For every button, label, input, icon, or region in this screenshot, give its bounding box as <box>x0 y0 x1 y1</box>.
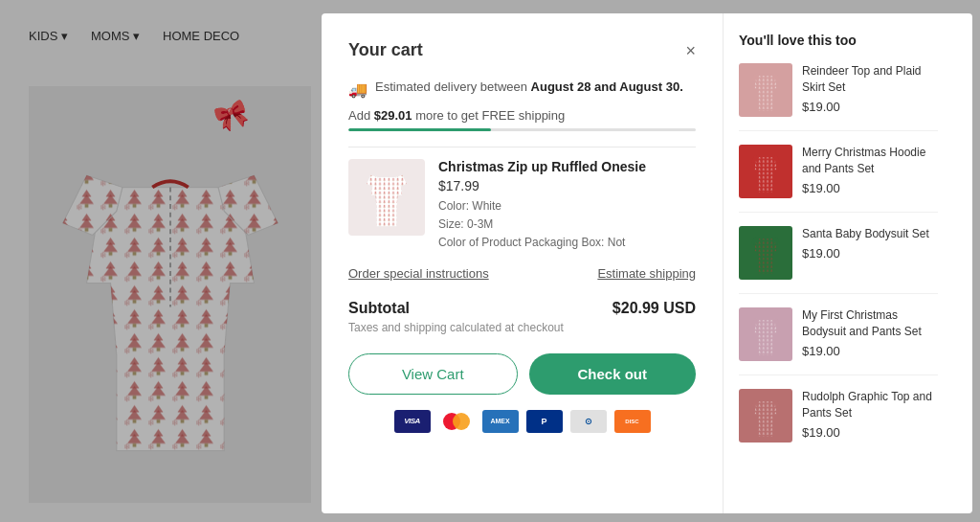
order-instructions-link[interactable]: Order special instructions <box>348 266 489 281</box>
rec-item-name: Reindeer Top and Plaid Skirt Set <box>802 63 938 96</box>
rec-item-name: Rudolph Graphic Top and Pants Set <box>802 389 938 421</box>
paypal-icon: P <box>526 410 563 433</box>
progress-fill <box>348 128 491 131</box>
recommendations-panel: You'll love this too Reindeer Top and Pl… <box>724 13 953 513</box>
rec-item-price: $19.00 <box>802 425 938 440</box>
truck-icon: 🚚 <box>348 80 368 99</box>
mastercard-icon <box>438 410 475 433</box>
rec-details: My First Christmas Bodysuit and Pants Se… <box>802 307 938 361</box>
rec-item-name: Merry Christmas Hoodie and Pants Set <box>802 145 938 177</box>
free-shipping-text: Add $29.01 more to get FREE shipping <box>348 108 696 123</box>
rec-details: Merry Christmas Hoodie and Pants Set $19… <box>802 145 938 198</box>
close-button[interactable]: × <box>685 42 696 59</box>
item-thumbnail <box>353 164 420 231</box>
rec-item-price: $19.00 <box>802 344 938 358</box>
discover-icon: DISC <box>614 410 651 433</box>
amex-icon: AMEX <box>482 410 519 433</box>
rec-details: Reindeer Top and Plaid Skirt Set $19.00 <box>802 63 938 117</box>
view-cart-button[interactable]: View Cart <box>348 353 518 395</box>
delivery-text: Estimated delivery between August 28 and… <box>375 79 683 94</box>
rec-item[interactable]: Merry Christmas Hoodie and Pants Set $19… <box>739 145 938 213</box>
rec-item[interactable]: Rudolph Graphic Top and Pants Set $19.00 <box>739 389 938 456</box>
cart-links: Order special instructions Estimate ship… <box>348 266 696 281</box>
diners-icon: ⊙ <box>570 410 607 433</box>
cart-panel: Your cart × 🚚 Estimated delivery between… <box>322 13 972 513</box>
free-shipping-bar: Add $29.01 more to get FREE shipping <box>348 108 696 131</box>
rec-item-name: My First Christmas Bodysuit and Pants Se… <box>802 307 938 340</box>
rec-details: Rudolph Graphic Top and Pants Set $19.00 <box>802 389 938 443</box>
tax-note: Taxes and shipping calculated at checkou… <box>348 321 696 334</box>
recommendations-title: You'll love this too <box>739 33 938 48</box>
item-image <box>348 159 425 236</box>
rec-item[interactable]: Reindeer Top and Plaid Skirt Set $19.00 <box>739 63 938 131</box>
rec-item[interactable]: Santa Baby Bodysuit Set $19.00 <box>739 226 938 294</box>
cart-buttons: View Cart Check out <box>348 353 696 395</box>
rec-item-name: Santa Baby Bodysuit Set <box>802 226 938 242</box>
item-price: $17.99 <box>438 178 696 193</box>
item-name: Christmas Zip up Ruffled Onesie <box>438 159 696 174</box>
subtotal-label: Subtotal <box>348 300 410 317</box>
rec-image <box>739 389 792 443</box>
visa-icon: VISA <box>394 410 431 433</box>
recommendations-list: Reindeer Top and Plaid Skirt Set $19.00 … <box>739 63 938 456</box>
checkout-button[interactable]: Check out <box>529 353 697 395</box>
payment-icons: VISA AMEX P ⊙ DISC <box>348 410 696 433</box>
rec-image <box>739 145 792 198</box>
subtotal-amount: $20.99 USD <box>612 300 696 317</box>
rec-image <box>739 63 792 117</box>
cart-item: Christmas Zip up Ruffled Onesie $17.99 C… <box>348 159 696 253</box>
subtotal-row: Subtotal $20.99 USD <box>348 300 696 317</box>
rec-item-price: $19.00 <box>802 181 938 195</box>
cart-header: Your cart × <box>348 40 696 60</box>
svg-point-9 <box>453 413 470 430</box>
delivery-info: 🚚 Estimated delivery between August 28 a… <box>348 79 696 99</box>
free-shipping-progress <box>348 128 696 131</box>
rec-item-price: $19.00 <box>802 100 938 114</box>
rec-image <box>739 307 792 361</box>
estimate-shipping-link[interactable]: Estimate shipping <box>597 266 696 281</box>
rec-image <box>739 226 792 280</box>
rec-item-price: $19.00 <box>802 246 938 261</box>
cart-title: Your cart <box>348 40 423 60</box>
rec-item[interactable]: My First Christmas Bodysuit and Pants Se… <box>739 307 938 375</box>
item-attributes: Color: White Size: 0-3M Color of Product… <box>438 197 696 253</box>
cart-main: Your cart × 🚚 Estimated delivery between… <box>322 13 724 513</box>
rec-details: Santa Baby Bodysuit Set $19.00 <box>802 226 938 280</box>
item-details: Christmas Zip up Ruffled Onesie $17.99 C… <box>438 159 696 253</box>
divider-1 <box>348 147 696 148</box>
